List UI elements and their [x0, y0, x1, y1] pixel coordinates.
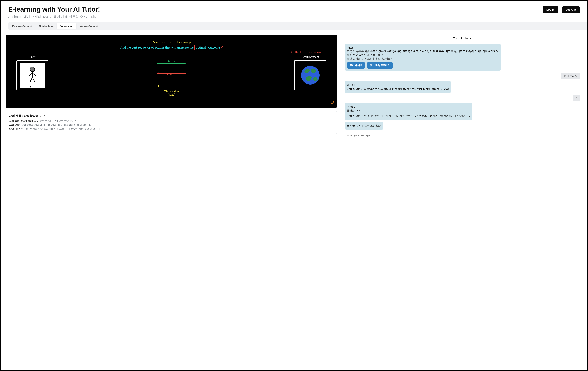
earth-icon	[299, 64, 321, 86]
chat-text: 를 다루고 있어서 매우 중요해요.	[347, 53, 498, 57]
tab-passive-support[interactable]: Passive Support	[9, 23, 35, 29]
svg-point-0	[30, 67, 35, 72]
page-subtitle: AI chatbot에게 언제나 강의 내용에 대해 질문할 수 있습니다.	[8, 14, 100, 19]
observation-arrow	[157, 82, 186, 90]
diagram-arrows: Action Reward	[157, 60, 186, 90]
header-buttons: Log in Log Out	[543, 6, 580, 13]
arrow-to-optimal-icon	[220, 45, 223, 50]
chat-message-user: O	[573, 95, 580, 101]
app-frame: E-learning with Your AI Tutor! AI chatbo…	[0, 0, 588, 371]
environment-column: Environment	[294, 55, 326, 90]
chat-text: 잠깐 문제를 풀어보면서 더 알아볼래요?	[347, 57, 498, 61]
header-left: E-learning with Your AI Tutor! AI chatbo…	[8, 6, 100, 19]
svg-line-3	[32, 73, 36, 76]
slide-main-suffix: outcome	[208, 45, 220, 49]
slide-red-note: Collect the most reward!	[11, 50, 331, 54]
chat-message-tutor: 네! 좋아요. 강화 학습은 지도 학습과 비지도 학습의 중간 형태로, 정적…	[345, 81, 451, 93]
chat-message-tutor: Tutor 지금 이 부분은 학습 목표인 강화 학습(RL)이 무엇인지 정의…	[345, 44, 501, 71]
tab-active-support[interactable]: Active Support	[77, 23, 101, 29]
tab-suggestion[interactable]: Suggestion	[57, 23, 76, 29]
slide-main-boxed: optimal	[194, 45, 208, 50]
chat-text: 강화 학습은 지도 학습과 비지도 학습의 중간 형태로, 정적 데이터셋을 통…	[347, 87, 449, 91]
lecture-audience: 학습 대상: 이 강의는 강화학습 초급자를 대상으로 하며 선수지식은 필요 …	[9, 127, 334, 131]
chat-text: 강화 학습은 정적 데이터셋이 아니라 동적 환경에서 작동하며, 에이전트가 …	[347, 114, 470, 118]
logout-button[interactable]: Log Out	[562, 6, 580, 13]
chat-panel: Your AI Tutor Tutor 지금 이 부분은 학습 목표인 강화 학…	[342, 35, 582, 142]
action-arrow: Action	[157, 60, 186, 67]
agent-you-label: you	[30, 84, 35, 88]
chat-sender: Tutor	[347, 46, 498, 50]
svg-point-6	[301, 66, 320, 85]
chat-message-user: 문제 주세요	[561, 73, 580, 79]
agent-box: you	[16, 60, 48, 90]
agent-column: Agent yo	[16, 55, 48, 90]
lecture-info-card: 강의 제목: 강화학습의 기초 강의 출처: MATLAB Korea, 강화 …	[6, 111, 337, 134]
svg-line-4	[30, 77, 32, 82]
tab-notification[interactable]: Notification	[36, 23, 56, 29]
chat-input[interactable]	[347, 134, 578, 137]
observation-label: Observation (state)	[157, 90, 186, 96]
slide-title: Reinforcement Learning	[11, 40, 331, 44]
action-label: Action	[167, 59, 176, 63]
chat-text: 틀렸습니다.	[347, 109, 470, 113]
page-title: E-learning with Your AI Tutor!	[8, 6, 100, 13]
svg-line-2	[29, 73, 32, 76]
chat-text: 지금 이 부분은 학습 목표인 강화 학습(RL)이 무엇인지 정의하고, 머신…	[347, 50, 498, 53]
agent-inner: you	[20, 63, 45, 88]
reward-label: Reward	[167, 73, 176, 76]
lecture-slide[interactable]: Reinforcement Learning Find the best seq…	[6, 35, 337, 108]
chat-text: 선택: O	[347, 105, 470, 109]
lecture-summary: 강의 요약: 강화학습의 개념과 MDP의 개념, 정책 최적화에 대해 배웁니…	[9, 123, 334, 127]
quick-reply-button[interactable]: 강의 계속 들을래요	[367, 62, 393, 69]
chat-text: 네! 좋아요.	[347, 83, 449, 87]
chat-message-tutor: 선택: O 틀렸습니다. 강화 학습은 정적 데이터셋이 아니라 동적 환경에서…	[345, 103, 472, 120]
slide-diagram: Agent yo	[11, 55, 331, 90]
header: E-learning with Your AI Tutor! AI chatbo…	[1, 1, 587, 19]
environment-box	[294, 60, 326, 90]
quick-reply-button[interactable]: 문제 주세요	[347, 62, 365, 69]
environment-label: Environment	[302, 55, 319, 59]
chat-scroll[interactable]: Tutor 지금 이 부분은 학습 목표인 강화 학습(RL)이 무엇인지 정의…	[342, 42, 582, 131]
support-tabs: Passive Support Notification Suggestion …	[8, 22, 587, 30]
main-content: Reinforcement Learning Find the best seq…	[1, 30, 587, 145]
chat-message-tutor: 또 다른 문제를 풀어보겠어요?	[345, 122, 383, 130]
lecture-title: 강의 제목: 강화학습의 기초	[9, 114, 334, 118]
reward-arrow: Reward	[157, 70, 186, 77]
chat-input-row	[345, 132, 580, 139]
svg-line-5	[32, 77, 35, 82]
quick-replies: 문제 주세요 강의 계속 들을래요	[347, 62, 498, 69]
agent-label: Agent	[28, 55, 37, 59]
slide-main-line: Find the best sequence of actions that w…	[11, 45, 331, 50]
chat-panel-title: Your AI Tutor	[342, 35, 582, 42]
stick-figure-icon	[27, 66, 37, 83]
slide-main-prefix: Find the best sequence of actions that w…	[120, 45, 194, 49]
chat-text: 또 다른 문제를 풀어보겠어요?	[347, 124, 381, 128]
lecture-source: 강의 출처: MATLAB Korea, 강화 학습이란? | 강화 학습 Pa…	[9, 120, 334, 123]
matlab-logo-icon	[331, 101, 335, 106]
login-button[interactable]: Log in	[543, 6, 558, 13]
lecture-column: Reinforcement Learning Find the best seq…	[6, 35, 337, 142]
